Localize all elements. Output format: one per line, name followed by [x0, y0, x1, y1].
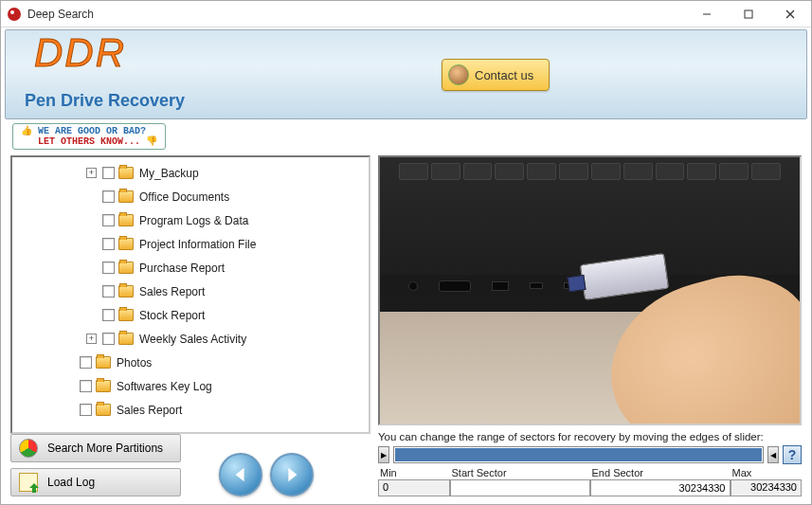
load-log-label: Load Log [47, 476, 95, 489]
preview-image [378, 155, 802, 425]
end-sector-label: End Sector [590, 466, 731, 479]
expand-toggle[interactable]: + [86, 334, 97, 344]
sector-range-section: You can change the range of sectors for … [378, 431, 802, 496]
folder-icon [118, 285, 134, 298]
titlebar: Deep Search [1, 1, 811, 27]
tree-label: Sales Report [139, 285, 205, 298]
folder-icon [118, 167, 134, 179]
feedback-line2: LET OTHERS KNOW... [38, 136, 140, 147]
tree-checkbox[interactable] [102, 309, 115, 321]
tree-label: Office Documents [139, 190, 229, 204]
avatar-icon [448, 64, 469, 85]
feedback-banner[interactable]: 👍 WE ARE GOOD OR BAD? LET OTHERS KNOW...… [12, 123, 166, 150]
tree-checkbox[interactable] [102, 214, 115, 226]
feedback-line1: WE ARE GOOD OR BAD? [38, 126, 146, 136]
header-band: DDR Pen Drive Recovery Contact us [5, 29, 807, 119]
logo: DDR [34, 30, 126, 76]
tree-checkbox[interactable] [102, 262, 115, 274]
tree-item[interactable]: Stock Report [12, 303, 369, 327]
contact-us-button[interactable]: Contact us [442, 59, 550, 91]
folder-icon [118, 333, 134, 345]
tree-checkbox[interactable] [80, 404, 92, 416]
start-sector-input[interactable] [450, 479, 590, 496]
tree-checkbox[interactable] [102, 238, 115, 250]
app-icon [7, 7, 22, 22]
slider-caption: You can change the range of sectors for … [378, 431, 802, 442]
tree-checkbox[interactable] [80, 380, 92, 392]
max-label: Max [731, 466, 803, 479]
partitions-icon [19, 439, 38, 458]
tree-label: Purchase Report [139, 262, 225, 275]
search-more-partitions-button[interactable]: Search More Partitions [10, 434, 181, 462]
start-sector-label: Start Sector [450, 466, 590, 479]
tree-item[interactable]: Project Information File [12, 232, 369, 256]
tree-label: Project Information File [139, 238, 256, 251]
max-value: 30234330 [731, 479, 803, 496]
right-column: You can change the range of sectors for … [378, 155, 802, 496]
svg-point-0 [8, 8, 21, 21]
tree-label: Weekly Sales Activity [139, 333, 246, 346]
folder-icon [118, 262, 134, 274]
load-log-button[interactable]: Load Log [10, 468, 181, 496]
tree-item[interactable]: Sales Report [12, 398, 369, 422]
slider-handle-right[interactable]: ◀ [767, 446, 779, 463]
tree-item[interactable]: Purchase Report [12, 256, 369, 280]
folder-icon [118, 238, 134, 250]
tree-label: Softwares Key Log [117, 380, 212, 393]
min-value: 0 [378, 479, 450, 496]
tree-item[interactable]: Photos [12, 351, 369, 374]
tree-item[interactable]: Office Documents [12, 185, 369, 208]
folder-icon [118, 214, 134, 226]
tree-label: Program Logs & Data [139, 214, 248, 227]
contact-us-label: Contact us [475, 68, 533, 82]
tree-item[interactable]: Program Logs & Data [12, 208, 369, 232]
minimize-button[interactable] [686, 1, 728, 27]
svg-rect-3 [745, 10, 752, 18]
folder-icon [96, 404, 111, 416]
left-column: +My_BackupOffice DocumentsProgram Logs &… [10, 155, 370, 496]
tree-label: My_Backup [139, 167, 199, 180]
window-title: Deep Search [27, 8, 686, 21]
tree-checkbox[interactable] [102, 285, 115, 298]
tree-item[interactable]: Softwares Key Log [12, 374, 369, 398]
min-label: Min [378, 466, 450, 479]
slider-track[interactable] [393, 446, 764, 463]
product-subtitle: Pen Drive Recovery [25, 91, 185, 111]
slider-handle-left[interactable]: ▶ [378, 446, 389, 463]
close-button[interactable] [769, 1, 811, 27]
folder-icon [96, 356, 111, 369]
search-more-label: Search More Partitions [47, 442, 163, 455]
maximize-button[interactable] [728, 1, 769, 27]
help-button[interactable]: ? [783, 445, 802, 464]
expand-toggle[interactable]: + [86, 168, 97, 178]
folder-icon [96, 380, 111, 392]
folder-icon [118, 190, 134, 203]
tree-item[interactable]: Sales Report [12, 280, 369, 303]
tree-item[interactable]: +Weekly Sales Activity [12, 327, 369, 351]
tree-label: Photos [117, 356, 152, 370]
nav-prev-button[interactable] [219, 453, 262, 496]
tree-label: Stock Report [139, 309, 205, 322]
main-area: +My_BackupOffice DocumentsProgram Logs &… [1, 150, 811, 505]
nav-next-button[interactable] [270, 453, 314, 496]
load-log-icon [19, 473, 38, 492]
tree-checkbox[interactable] [80, 356, 92, 369]
folder-tree[interactable]: +My_BackupOffice DocumentsProgram Logs &… [10, 155, 370, 434]
end-sector-input[interactable] [590, 479, 731, 496]
folder-icon [118, 309, 134, 321]
svg-point-1 [10, 10, 14, 14]
tree-checkbox[interactable] [102, 190, 115, 203]
tree-checkbox[interactable] [102, 333, 115, 345]
tree-item[interactable]: +My_Backup [12, 161, 369, 185]
tree-checkbox[interactable] [102, 167, 115, 179]
tree-label: Sales Report [117, 404, 182, 417]
